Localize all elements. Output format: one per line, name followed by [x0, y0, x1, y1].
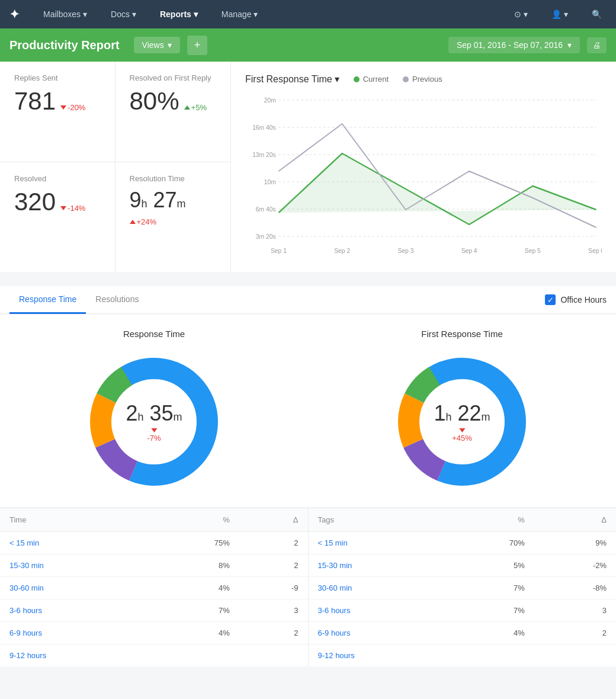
chart-title[interactable]: First Response Time ▾: [245, 73, 339, 85]
tags-label[interactable]: 3-6 hours: [309, 599, 448, 622]
response-time-donut: Response Time 2h 35m: [0, 329, 308, 493]
table-row: 6-9 hours 4% 2: [0, 622, 308, 645]
tab-resolutions[interactable]: Resolutions: [86, 286, 148, 314]
response-time-value: 2h 35m: [126, 401, 182, 426]
tags-pct: 4%: [448, 622, 534, 645]
response-time-center: 2h 35m -7%: [126, 401, 182, 443]
date-range-picker[interactable]: Sep 01, 2016 - Sep 07, 2016 ▾: [448, 37, 580, 53]
tags-pct: 7%: [448, 577, 534, 599]
stat-resolved-change: -14%: [60, 204, 85, 213]
time-pct: [148, 645, 239, 667]
chart-canvas: 20m 16m 40s 13m 20s 10m 6m 40s 3m 20s Se…: [245, 94, 602, 260]
table-row: 3-6 hours 7% 3: [0, 599, 308, 622]
svg-text:20m: 20m: [264, 97, 276, 104]
time-label[interactable]: 15-30 min: [0, 554, 148, 577]
time-pct: 75%: [148, 532, 239, 554]
time-delta-header: Δ: [239, 508, 308, 532]
add-button[interactable]: +: [187, 36, 208, 55]
time-pct: 7%: [148, 599, 239, 622]
tabs-bar: Response Time Resolutions ✓ Office Hours: [0, 286, 616, 314]
first-response-center: 1h 22m +45%: [434, 401, 490, 443]
stat-first-reply: Resolved on First Reply 80% +5%: [116, 62, 231, 162]
arrow-up-icon-red: [130, 220, 136, 224]
svg-text:Sep 6: Sep 6: [588, 247, 602, 254]
print-button[interactable]: 🖨: [587, 37, 607, 53]
arrow-down-icon-donut1: [151, 428, 157, 432]
stat-replies-label: Replies Sent: [14, 73, 101, 82]
time-delta: 2: [239, 554, 308, 577]
first-response-value: 1h 22m: [434, 401, 490, 426]
tags-label[interactable]: 15-30 min: [309, 554, 448, 577]
previous-dot: [403, 76, 409, 82]
arrow-up-icon: [184, 105, 190, 110]
stat-replies-value: 781: [14, 87, 56, 116]
office-hours-toggle[interactable]: ✓ Office Hours: [545, 294, 607, 305]
current-dot: [354, 76, 360, 82]
stat-first-reply-value: 80%: [130, 87, 179, 116]
svg-marker-12: [278, 153, 596, 225]
first-response-chart: First Response Time ▾ Current Previous: [231, 62, 616, 272]
tags-delta: 3: [534, 599, 616, 622]
nav-docs[interactable]: Docs ▾: [106, 7, 141, 21]
tags-data-table: Tags % Δ < 15 min 70% 9% 15-30 min 5% -2…: [309, 508, 617, 666]
tab-response-time[interactable]: Response Time: [9, 286, 86, 314]
avatar-icon[interactable]: ⊙ ▾: [509, 7, 532, 21]
tags-label[interactable]: 6-9 hours: [309, 622, 448, 645]
time-delta: [239, 645, 308, 667]
legend-previous: Previous: [403, 75, 442, 84]
tags-label[interactable]: 30-60 min: [309, 577, 448, 599]
nav-manage[interactable]: Manage ▾: [217, 7, 263, 21]
nav-mailboxes[interactable]: Mailboxes ▾: [38, 7, 92, 21]
legend-current: Current: [354, 75, 389, 84]
page-title: Productivity Report: [9, 39, 120, 52]
response-time-change: -7%: [126, 428, 182, 443]
data-tables: Time % Δ < 15 min 75% 2 15-30 min 8% 2 3…: [0, 508, 616, 666]
table-row: 30-60 min 4% -9: [0, 577, 308, 599]
svg-text:Sep 4: Sep 4: [461, 247, 477, 254]
time-delta: 2: [239, 622, 308, 645]
time-delta: 3: [239, 599, 308, 622]
time-label[interactable]: 6-9 hours: [0, 622, 148, 645]
tags-label[interactable]: < 15 min: [309, 532, 448, 554]
stat-resolution-value: 9h 27m: [130, 188, 186, 213]
stat-resolution-change: +24%: [130, 217, 157, 226]
time-label[interactable]: 3-6 hours: [0, 599, 148, 622]
time-pct: 4%: [148, 577, 239, 599]
tags-pct: 5%: [448, 554, 534, 577]
chart-header: First Response Time ▾ Current Previous: [245, 73, 602, 85]
svg-text:16m 40s: 16m 40s: [252, 124, 276, 131]
tags-delta: -8%: [534, 577, 616, 599]
time-label[interactable]: < 15 min: [0, 532, 148, 554]
office-hours-label: Office Hours: [560, 295, 607, 304]
search-icon[interactable]: 🔍: [587, 7, 607, 21]
first-response-donut-wrapper: 1h 22m +45%: [391, 351, 533, 493]
user-icon[interactable]: 👤 ▾: [547, 7, 573, 21]
tags-table: Tags % Δ < 15 min 70% 9% 15-30 min 5% -2…: [308, 508, 617, 666]
table-row: 3-6 hours 7% 3: [309, 599, 617, 622]
stats-chart-section: Replies Sent 781 -20% Resolved on First …: [0, 62, 616, 272]
nav-reports[interactable]: Reports ▾: [155, 7, 203, 21]
table-row: 9-12 hours: [309, 645, 617, 667]
table-row: < 15 min 70% 9%: [309, 532, 617, 554]
stat-resolution-time: Resolution Time 9h 27m +24%: [116, 162, 231, 272]
svg-text:6m 40s: 6m 40s: [256, 206, 276, 213]
tags-delta: 2: [534, 622, 616, 645]
office-hours-checkbox[interactable]: ✓: [545, 294, 556, 305]
stat-replies-sent: Replies Sent 781 -20%: [0, 62, 116, 162]
svg-text:13m 20s: 13m 20s: [252, 151, 276, 158]
response-time-donut-wrapper: 2h 35m -7%: [83, 351, 225, 493]
tags-pct: 70%: [448, 532, 534, 554]
time-table: Time % Δ < 15 min 75% 2 15-30 min 8% 2 3…: [0, 508, 308, 666]
time-label[interactable]: 9-12 hours: [0, 645, 148, 667]
stat-resolution-label: Resolution Time: [130, 174, 217, 183]
time-label[interactable]: 30-60 min: [0, 577, 148, 599]
stat-first-reply-label: Resolved on First Reply: [130, 73, 217, 82]
tags-label[interactable]: 9-12 hours: [309, 645, 448, 667]
first-response-change: +45%: [434, 428, 490, 443]
tags-pct: 7%: [448, 599, 534, 622]
stat-replies-change: -20%: [60, 103, 85, 112]
stat-resolved: Resolved 320 -14%: [0, 162, 116, 272]
table-row: 15-30 min 8% 2: [0, 554, 308, 577]
donut-charts-section: Response Time 2h 35m: [0, 315, 616, 507]
views-button[interactable]: Views ▾: [134, 37, 180, 53]
